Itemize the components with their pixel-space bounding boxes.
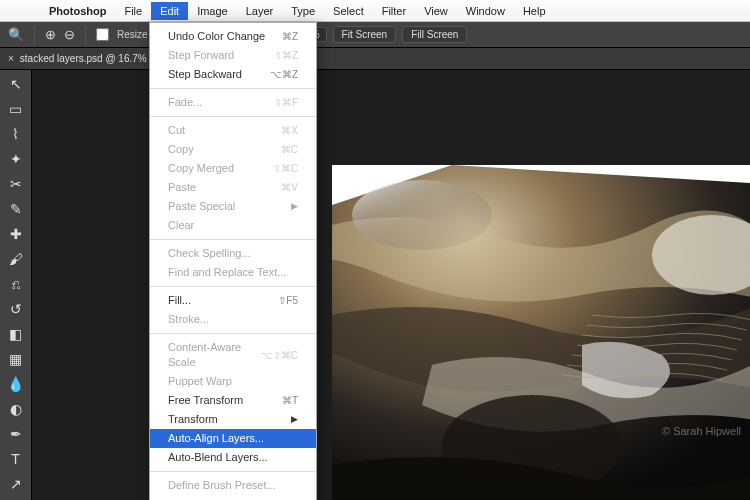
menu-item-auto-align-layers[interactable]: Auto-Align Layers... [150, 429, 316, 448]
edit-dropdown-menu: Undo Color Change⌘ZStep Forward⇧⌘ZStep B… [149, 22, 317, 500]
menu-item-puppet-warp: Puppet Warp [150, 372, 316, 391]
menu-item-define-brush-preset: Define Brush Preset... [150, 476, 316, 495]
menu-item-define-pattern: Define Pattern... [150, 495, 316, 500]
menu-image[interactable]: Image [188, 2, 237, 20]
move-tool-icon[interactable]: ↖ [6, 76, 26, 92]
eyedropper-tool-icon[interactable]: ✎ [6, 201, 26, 217]
zoom-in-icon[interactable]: ⊕ [45, 27, 56, 42]
fill-screen-button[interactable]: Fill Screen [402, 26, 467, 43]
menu-item-fade: Fade...⇧⌘F [150, 93, 316, 112]
menu-item-transform[interactable]: Transform▶ [150, 410, 316, 429]
menu-item-cut: Cut⌘X [150, 121, 316, 140]
menu-item-clear: Clear [150, 216, 316, 235]
canvas-area[interactable]: © Sarah Hipwell [32, 70, 750, 500]
menu-shortcut: ⌘V [281, 180, 298, 195]
menu-item-label: Check Spelling... [168, 246, 251, 261]
menu-filter[interactable]: Filter [373, 2, 415, 20]
type-tool-icon[interactable]: T [6, 451, 26, 467]
menu-separator [150, 471, 316, 472]
app-menu[interactable]: Photoshop [40, 2, 115, 20]
menu-separator [150, 88, 316, 89]
menu-help[interactable]: Help [514, 2, 555, 20]
menu-edit[interactable]: Edit [151, 2, 188, 20]
separator [34, 26, 35, 44]
menu-separator [150, 239, 316, 240]
svg-point-1 [352, 180, 492, 250]
menu-item-paste-special: Paste Special▶ [150, 197, 316, 216]
macos-menubar: Photoshop File Edit Image Layer Type Sel… [0, 0, 750, 22]
menu-item-copy-merged: Copy Merged⇧⌘C [150, 159, 316, 178]
menu-item-step-backward[interactable]: Step Backward⌥⌘Z [150, 65, 316, 84]
watermark: © Sarah Hipwell [662, 425, 741, 437]
zoom-tool-icon[interactable]: 🔍 [8, 27, 24, 42]
menu-item-stroke: Stroke... [150, 310, 316, 329]
menu-item-label: Clear [168, 218, 194, 233]
menu-item-label: Step Backward [168, 67, 242, 82]
menu-item-paste: Paste⌘V [150, 178, 316, 197]
menu-item-label: Copy [168, 142, 194, 157]
menu-item-fill[interactable]: Fill...⇧F5 [150, 291, 316, 310]
menu-item-label: Paste Special [168, 199, 235, 214]
workarea: ↖ ▭ ⌇ ✦ ✂ ✎ ✚ 🖌 ⎌ ↺ ◧ ▦ 💧 ◐ ✒ T ↗ ▢ [0, 70, 750, 500]
tab-close-icon[interactable]: × [8, 53, 14, 64]
heal-tool-icon[interactable]: ✚ [6, 226, 26, 242]
zoom-out-icon[interactable]: ⊖ [64, 27, 75, 42]
menu-item-content-aware-scale: Content-Aware Scale⌥⇧⌘C [150, 338, 316, 372]
resize-checkbox[interactable] [96, 28, 109, 41]
menu-item-label: Define Brush Preset... [168, 478, 276, 493]
menu-separator [150, 116, 316, 117]
fit-screen-button[interactable]: Fit Screen [333, 26, 397, 43]
separator [85, 26, 86, 44]
menu-shortcut: ⌥⇧⌘C [261, 348, 298, 363]
dodge-tool-icon[interactable]: ◐ [6, 401, 26, 417]
menu-shortcut: ⇧⌘Z [274, 48, 298, 63]
pen-tool-icon[interactable]: ✒ [6, 426, 26, 442]
apple-icon[interactable] [10, 8, 28, 14]
menu-item-label: Transform [168, 412, 218, 427]
eraser-tool-icon[interactable]: ◧ [6, 326, 26, 342]
menu-item-label: Find and Replace Text... [168, 265, 286, 280]
history-brush-icon[interactable]: ↺ [6, 301, 26, 317]
menu-item-label: Free Transform [168, 393, 243, 408]
lasso-tool-icon[interactable]: ⌇ [6, 126, 26, 142]
menu-item-check-spelling: Check Spelling... [150, 244, 316, 263]
blur-tool-icon[interactable]: 💧 [6, 376, 26, 392]
menu-shortcut: ⇧⌘F [274, 95, 298, 110]
marquee-tool-icon[interactable]: ▭ [6, 101, 26, 117]
menu-item-label: Fill... [168, 293, 191, 308]
menu-item-label: Auto-Align Layers... [168, 431, 264, 446]
menu-item-label: Auto-Blend Layers... [168, 450, 268, 465]
menu-shortcut: ⌘Z [282, 29, 298, 44]
menu-file[interactable]: File [115, 2, 151, 20]
tools-panel: ↖ ▭ ⌇ ✦ ✂ ✎ ✚ 🖌 ⎌ ↺ ◧ ▦ 💧 ◐ ✒ T ↗ ▢ [0, 70, 32, 500]
menu-item-label: Cut [168, 123, 185, 138]
brush-tool-icon[interactable]: 🖌 [6, 251, 26, 267]
menu-item-label: Paste [168, 180, 196, 195]
menu-separator [150, 286, 316, 287]
menu-item-auto-blend-layers[interactable]: Auto-Blend Layers... [150, 448, 316, 467]
menu-item-step-forward: Step Forward⇧⌘Z [150, 46, 316, 65]
menu-type[interactable]: Type [282, 2, 324, 20]
submenu-arrow-icon: ▶ [291, 199, 298, 214]
menu-item-label: Undo Color Change [168, 29, 265, 44]
menu-item-label: Content-Aware Scale [168, 340, 261, 370]
crop-tool-icon[interactable]: ✂ [6, 176, 26, 192]
gradient-tool-icon[interactable]: ▦ [6, 351, 26, 367]
menu-shortcut: ⌘X [281, 123, 298, 138]
menu-item-label: Puppet Warp [168, 374, 232, 389]
path-tool-icon[interactable]: ↗ [6, 476, 26, 492]
document-tab[interactable]: stacked layers.psd @ 16.7% (RG [20, 53, 168, 64]
stamp-tool-icon[interactable]: ⎌ [6, 276, 26, 292]
menu-window[interactable]: Window [457, 2, 514, 20]
menu-layer[interactable]: Layer [237, 2, 283, 20]
document-canvas[interactable]: © Sarah Hipwell [332, 165, 750, 500]
menu-shortcut: ⇧F5 [278, 293, 298, 308]
menu-item-free-transform[interactable]: Free Transform⌘T [150, 391, 316, 410]
wand-tool-icon[interactable]: ✦ [6, 151, 26, 167]
menu-item-label: Copy Merged [168, 161, 234, 176]
document-tab-bar: × stacked layers.psd @ 16.7% (RG [0, 48, 750, 70]
menu-item-undo-color-change[interactable]: Undo Color Change⌘Z [150, 27, 316, 46]
menu-shortcut: ⌘C [281, 142, 298, 157]
menu-view[interactable]: View [415, 2, 457, 20]
menu-select[interactable]: Select [324, 2, 373, 20]
